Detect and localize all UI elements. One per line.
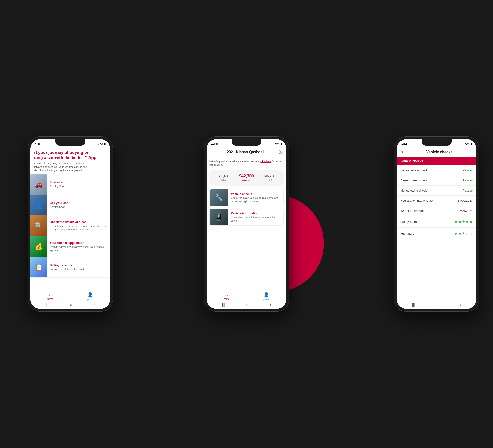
- check-safety-stars: Safety Stars ★★★★★: [397, 216, 476, 228]
- phone3-title: Vehicle checks: [406, 150, 473, 154]
- reg-value: 14/06/2023: [458, 199, 473, 202]
- reg-label: Registration Expiry Date: [400, 199, 433, 202]
- list-item[interactable]: 👤 Sell your car Coming Soon: [30, 195, 110, 216]
- val-medium-amount: $42,700: [239, 174, 254, 179]
- home-btn-3[interactable]: ○: [436, 303, 439, 307]
- val-medium-label: Medium: [239, 179, 254, 182]
- valuation-note: better™ provides a vehicle valuation ser…: [209, 160, 284, 167]
- list-item[interactable]: 🚗 Find a car Coming Soon: [30, 174, 110, 195]
- info-text: Vehicle information Understand basic inf…: [228, 209, 283, 225]
- battery-icon-2: ▮: [280, 142, 282, 145]
- profile-label-2: profile: [263, 298, 269, 300]
- multiwindow-btn-2[interactable]: |||: [222, 303, 225, 307]
- finance-desc: Everything you need to know about your f…: [50, 245, 107, 252]
- vehicle-info-card[interactable]: 📱 Vehicle information Understand basic i…: [209, 208, 284, 226]
- val-high-label: High: [264, 178, 275, 181]
- find-car-image: 🚗: [30, 174, 47, 195]
- home-btn-2[interactable]: ○: [246, 303, 248, 307]
- battery-2: 77%: [274, 142, 280, 145]
- home-label-2: home: [224, 298, 229, 300]
- find-car-title: Find a car: [50, 180, 107, 184]
- nav-profile-1[interactable]: 👤 profile: [70, 292, 110, 300]
- sell-car-title: Sell your car: [50, 201, 107, 205]
- home-btn-1[interactable]: ○: [70, 303, 72, 307]
- battery-icon-3: ▮: [471, 142, 472, 145]
- multiwindow-btn-1[interactable]: |||: [46, 303, 48, 307]
- back-btn-3[interactable]: ‹: [460, 303, 461, 307]
- phone-2: 12:47 ▪▪▪ 77% ▮ ‹ 2021 Nissan Qashqai ⓘ: [204, 137, 289, 311]
- home-bar-3: ||| ○ ‹: [397, 301, 476, 309]
- back-button-2[interactable]: ‹: [210, 149, 212, 155]
- back-btn-1[interactable]: ‹: [93, 303, 95, 307]
- time-1: 4:46: [35, 142, 41, 145]
- phone3-header: ✕ Vehicle checks: [397, 148, 476, 157]
- list-item[interactable]: 💰 Your finance application Everything yo…: [30, 236, 110, 257]
- find-car-desc: Coming Soon: [50, 184, 107, 188]
- nav-profile-2[interactable]: 👤 profile: [246, 292, 286, 300]
- list-item[interactable]: 🔍 Check the details of a car Run a free …: [30, 216, 110, 236]
- phone2-car-title: 2021 Nissan Qashqai: [227, 150, 264, 154]
- fuel-label: Fuel Stars: [400, 232, 414, 235]
- selling-image: 📋: [30, 257, 47, 278]
- val-medium: $42,700 Medium: [239, 174, 254, 182]
- status-right-1: ▪▪▪ 77% ▮: [94, 142, 105, 145]
- wof-label: WOF Expiry Date: [400, 209, 424, 212]
- notch-1: [55, 139, 85, 146]
- check-money-owing: Money owing check Passed: [397, 185, 476, 196]
- battery-3: 75%: [464, 142, 470, 145]
- check-reregistered: Re-registered check Passed: [397, 175, 476, 185]
- sell-car-desc: Coming Soon: [50, 205, 107, 209]
- checks-text: Vehicle checks Check for stolen vehicle,…: [228, 190, 283, 206]
- safety-label: Safety Stars: [400, 220, 417, 224]
- nav-home-2[interactable]: ⌂ home: [207, 292, 246, 300]
- multiwindow-btn-3[interactable]: |||: [412, 303, 415, 307]
- battery-1: 77%: [98, 142, 103, 145]
- phone1-list: 🚗 Find a car Coming Soon 👤 Sell your car: [30, 174, 110, 290]
- bottom-nav-1: ⌂ home 👤 profile: [30, 290, 110, 301]
- fuel-stars: ★★★☆☆: [454, 231, 473, 236]
- rereg-label: Re-registered check: [400, 179, 427, 182]
- bottom-nav-2: ⌂ home 👤 profile: [207, 290, 286, 301]
- check-reg-expiry: Registration Expiry Date 14/06/2023: [397, 196, 476, 206]
- close-button-3[interactable]: ✕: [400, 149, 404, 155]
- check-stolen: Stolen vehicle check Passed: [397, 165, 476, 175]
- profile-icon-2: 👤: [264, 292, 269, 298]
- time-3: 1:52: [401, 142, 407, 145]
- info-button-2[interactable]: ⓘ: [279, 149, 283, 155]
- sell-car-text: Sell your car Coming Soon: [47, 201, 110, 209]
- notch-2: [232, 139, 261, 146]
- phone2-content: better™ provides a vehicle valuation ser…: [207, 157, 286, 290]
- money-label: Money owing check: [400, 189, 427, 192]
- find-car-text: Find a car Coming Soon: [47, 180, 110, 188]
- battery-icon-1: ▮: [104, 142, 105, 145]
- check-image: 🔍: [30, 216, 47, 236]
- selling-text: Selling process Forms and helpful tools …: [47, 264, 110, 271]
- home-bar-1: ||| ○ ‹: [30, 301, 110, 309]
- nav-home-1[interactable]: ⌂ home: [30, 292, 70, 300]
- wof-value: 27/01/2024: [458, 209, 473, 212]
- back-btn-2[interactable]: ‹: [270, 303, 271, 307]
- selling-desc: Forms and helpful tools to make ...: [50, 268, 107, 271]
- finance-image: 💰: [30, 236, 47, 257]
- info-image: 📱: [210, 209, 228, 225]
- vehicle-checks-card[interactable]: 🔧 Vehicle checks Check for stolen vehicl…: [209, 189, 284, 206]
- stolen-value: Passed: [463, 169, 473, 172]
- check-title: Check the details of a car: [50, 220, 107, 224]
- phone2-header: ‹ 2021 Nissan Qashqai ⓘ: [207, 148, 286, 157]
- phone-1: 4:46 ▪▪▪ 77% ▮ rt your journey of buying…: [28, 137, 113, 311]
- check-desc: Run a free car check. See money owing, s…: [50, 224, 107, 231]
- list-item[interactable]: 📋 Selling process Forms and helpful tool…: [30, 257, 110, 278]
- signal-1: ▪▪▪: [94, 142, 97, 145]
- sell-car-image: 👤: [30, 195, 47, 216]
- time-2: 12:47: [211, 142, 218, 145]
- stolen-label: Stolen vehicle check: [400, 169, 428, 172]
- valuation-link[interactable]: click here: [260, 160, 271, 163]
- val-high: $46,200 High: [264, 174, 275, 181]
- check-fuel-stars: Fuel Stars ★★★☆☆: [397, 228, 476, 240]
- info-desc: Understand basic information about the v…: [231, 216, 280, 223]
- checks-title: Vehicle checks: [231, 192, 280, 196]
- valuation-card: $39,600 Low $42,700 Medium $46,200 High: [209, 170, 284, 185]
- status-right-2: ▪▪▪ 77% ▮: [271, 142, 282, 145]
- vehicle-checks-tab[interactable]: Vehicle checks: [397, 157, 476, 165]
- finance-title: Your finance application: [50, 241, 107, 244]
